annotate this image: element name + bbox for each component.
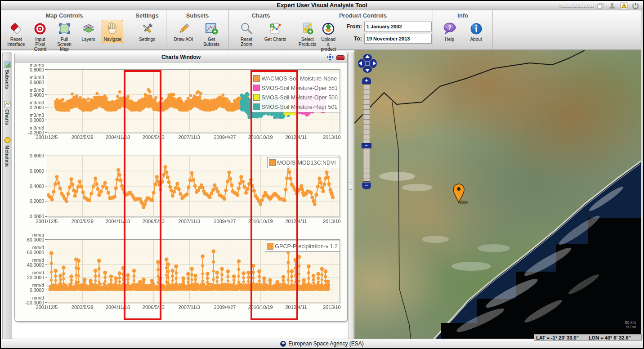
window-titlebar: Expert User Visual Analysis Tool natalis…	[1, 1, 643, 11]
button-label: Navigate	[103, 37, 121, 42]
draw-aoi-button[interactable]: Draw AOI	[171, 20, 196, 43]
warning-icon[interactable]	[620, 2, 628, 10]
button-label: Settings	[139, 37, 155, 42]
zoom-in-button[interactable]: +	[362, 77, 371, 84]
legend-label: GPCP-Precipitation-v 1.2	[275, 243, 338, 250]
upload-icon	[322, 22, 335, 36]
scale-mi: 50 mi	[625, 325, 636, 329]
charts-window-title: Charts Window	[15, 52, 347, 62]
app-title: Expert User Visual Analysis Tool	[1, 2, 643, 9]
sidebar-tab-label: Subsets	[4, 70, 10, 89]
border-line-vertical	[392, 102, 411, 341]
help-button[interactable]: ? Help	[438, 20, 461, 43]
windows-icon[interactable]	[596, 2, 604, 10]
legend-item: GPCP-Precipitation-v 1.2	[267, 242, 338, 251]
button-label: Help	[445, 37, 454, 42]
button-label: Reset Zoom	[234, 37, 259, 47]
charts-window: Charts Window WACMOS-Soil Moisture-None …	[14, 52, 348, 322]
full-screen-map-button[interactable]: Full Screen Map	[54, 20, 75, 53]
pencil-icon	[177, 22, 190, 36]
location-marker[interactable]	[453, 184, 469, 204]
satellite-map[interactable]: + − − 50 km 50 mi LAT = -1° 20' 33.0" LO…	[354, 50, 642, 341]
reset-interface-button[interactable]: Reset Interface	[5, 20, 27, 48]
expert-user-visual-analysis-tool: { "window": { "title": "Expert User Visu…	[0, 0, 644, 349]
get-charts-button[interactable]: Get Charts	[262, 20, 288, 43]
power-icon[interactable]	[631, 2, 640, 10]
group-title: Charts	[233, 12, 288, 19]
upload-product-button[interactable]: Upload a product	[320, 20, 336, 53]
group-title: Map Controls	[5, 12, 123, 19]
legend-swatch	[253, 103, 260, 110]
layers-icon	[81, 22, 96, 36]
sidebar-tab-subsets[interactable]: Subsets	[4, 61, 11, 89]
map-overlay	[354, 50, 642, 341]
metadata-icon	[4, 137, 11, 143]
user-profile-icon[interactable]	[608, 2, 616, 10]
to-date-input[interactable]	[364, 34, 432, 44]
legend-label: WACMOS-Soil Moisture-None	[261, 76, 337, 82]
legend-swatch	[253, 75, 260, 82]
group-map-controls: Map Controls Reset Interface Input Pixel…	[1, 10, 128, 49]
zoom-slider[interactable]	[363, 85, 370, 182]
group-title: Info	[438, 12, 488, 19]
legend-item: MODIS-MOD13C:NDVI-	[269, 158, 338, 167]
charts-area: WACMOS-Soil Moisture-None SMOS-Soil Mois…	[15, 63, 346, 321]
button-label: Select Products	[299, 37, 316, 47]
settings-button[interactable]: Settings	[134, 20, 161, 43]
group-charts: Charts Reset Zoom Get Charts	[229, 10, 293, 49]
expand-arrows-icon	[326, 54, 334, 61]
reset-zoom-button[interactable]: Reset Zoom	[233, 20, 259, 48]
select-products-button[interactable]: Select Products	[298, 20, 317, 48]
zoom-out-button[interactable]: −	[362, 183, 371, 189]
legend-label: SMOS-Soil Moisture-Repr 501	[261, 104, 337, 110]
layers-button[interactable]: Layers	[78, 20, 99, 43]
hand-icon	[106, 22, 119, 36]
navigate-button[interactable]: Navigate	[102, 20, 123, 43]
input-pixel-coord-button[interactable]: Input Pixel Coord	[30, 20, 51, 53]
button-label: About	[470, 37, 482, 42]
group-info: Info ? Help About	[433, 10, 493, 49]
select-products-icon	[301, 22, 314, 36]
splitter-grip-icon	[349, 183, 352, 190]
get-subsets-button[interactable]: Get Subsets	[199, 20, 224, 48]
from-label: From:	[344, 23, 362, 30]
map-scale: 50 km 50 mi	[625, 320, 636, 329]
button-label: Input Pixel Coord	[31, 37, 50, 52]
help-icon: ?	[443, 22, 457, 36]
minimize-window-button[interactable]	[336, 54, 344, 60]
group-subsets: Subsets Draw AOI Get Subsets	[166, 10, 229, 49]
button-label: Draw AOI	[174, 37, 193, 42]
zoom-slider-handle[interactable]: −	[362, 143, 371, 148]
button-label: Get Subsets	[200, 37, 223, 47]
sidebar-tab-charts[interactable]: Charts	[4, 101, 11, 125]
from-date-input[interactable]	[364, 22, 432, 31]
charts-window-header[interactable]: Charts Window	[15, 52, 347, 63]
map-panzoom-control: + − −	[357, 53, 378, 74]
esa-logo-icon	[280, 341, 286, 347]
toolbar-spacer	[493, 10, 643, 49]
group-product-controls: Product Controls Select Products Upload …	[293, 10, 433, 49]
legend-label: MODIS-MOD13C:NDVI-	[277, 160, 338, 166]
legend-swatch	[253, 85, 260, 91]
pan-arrows-icon[interactable]	[357, 53, 378, 74]
sidebar-tab-label: Charts	[4, 109, 10, 125]
button-label: Upload a product	[321, 37, 335, 52]
legend-item: SMOS-Soil Moisture-Oper 500	[253, 93, 338, 102]
panel-splitter[interactable]	[348, 52, 354, 342]
minimize-icon	[336, 55, 344, 60]
fullscreen-map-icon	[58, 22, 71, 36]
sidebar-tab-metadata[interactable]: Metadata	[4, 137, 11, 167]
about-button[interactable]: About	[464, 20, 488, 43]
warning-icon	[620, 2, 628, 9]
footer-text: European Space Agency (ESA)	[288, 340, 363, 347]
window-frame	[641, 10, 643, 341]
sidebar-tab-label: Metadata	[4, 145, 10, 167]
legend-label: SMOS-Soil Moisture-Oper 551	[261, 85, 338, 91]
expand-window-button[interactable]	[326, 54, 334, 60]
target-icon	[33, 22, 47, 36]
group-title: Settings	[133, 12, 161, 19]
left-sidebar: Subsets Charts Metadata	[2, 52, 12, 342]
charts-icon	[4, 101, 11, 107]
group-settings: Settings Settings	[128, 10, 166, 49]
soil-moisture-legend: WACMOS-Soil Moisture-None SMOS-Soil Mois…	[251, 73, 340, 112]
